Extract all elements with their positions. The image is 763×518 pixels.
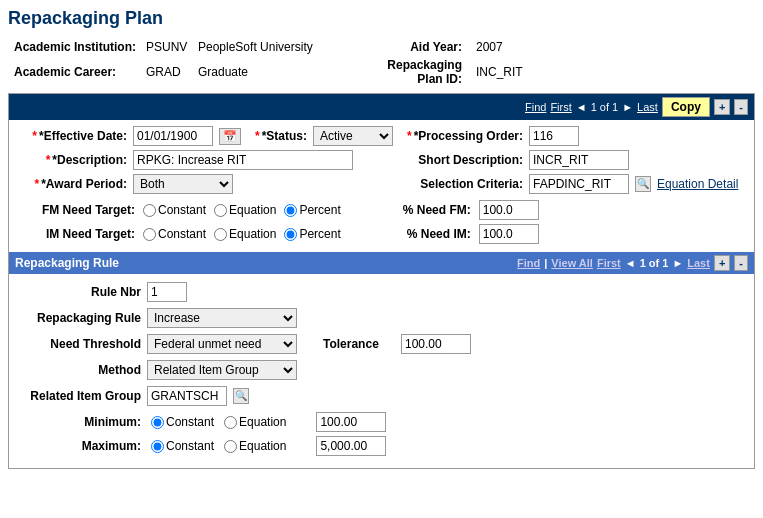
pct-need-fm-label: % Need FM:	[381, 203, 471, 217]
pct-need-im-input[interactable]	[479, 224, 539, 244]
rule-nav-next[interactable]: ►	[672, 257, 683, 269]
min-equation-radio[interactable]	[224, 416, 237, 429]
rule-find-link[interactable]: Find	[517, 257, 540, 269]
im-equation-radio[interactable]	[214, 228, 227, 241]
rule-page-info: 1 of 1	[640, 257, 669, 269]
short-description-label: Short Description:	[393, 153, 523, 167]
need-threshold-select[interactable]: Federal unmet need IM unmet need None	[147, 334, 297, 354]
status-label: *Status:	[247, 129, 307, 143]
rule-first-link[interactable]: First	[597, 257, 621, 269]
repackaging-rule-header: Repackaging Rule Find | View All First ◄…	[9, 252, 754, 274]
calendar-icon[interactable]: 📅	[219, 128, 241, 145]
academic-institution-label: Academic Institution:	[10, 39, 140, 55]
fm-need-target-label: FM Need Target:	[25, 203, 135, 217]
pct-need-fm-input[interactable]	[479, 200, 539, 220]
add-button[interactable]: +	[714, 99, 730, 115]
rule-nbr-input[interactable]	[147, 282, 187, 302]
min-constant-radio-label[interactable]: Constant	[151, 415, 214, 429]
award-period-select[interactable]: Both Fall/Spring Summer	[133, 174, 233, 194]
nav-next-icon[interactable]: ►	[622, 101, 633, 113]
im-constant-radio[interactable]	[143, 228, 156, 241]
page-title: Repackaging Plan	[8, 8, 755, 29]
im-percent-radio-label[interactable]: Percent	[284, 227, 340, 241]
academic-career-name: Graduate	[194, 57, 374, 87]
related-item-group-input[interactable]	[147, 386, 227, 406]
min-equation-radio-label[interactable]: Equation	[224, 415, 286, 429]
fm-equation-radio-label[interactable]: Equation	[214, 203, 276, 217]
selection-criteria-input[interactable]	[529, 174, 629, 194]
aid-year-value: 2007	[468, 39, 753, 55]
rule-last-link[interactable]: Last	[687, 257, 710, 269]
find-link[interactable]: Find	[525, 101, 546, 113]
rule-nbr-label: Rule Nbr	[21, 285, 141, 299]
method-select[interactable]: Related Item Group Item Type All	[147, 360, 297, 380]
effective-date-label: *Effective Date:	[17, 129, 127, 143]
award-period-label: *Award Period:	[17, 177, 127, 191]
tolerance-input[interactable]	[401, 334, 471, 354]
rule-view-all-link[interactable]: View All	[551, 257, 593, 269]
fm-percent-radio[interactable]	[284, 204, 297, 217]
tolerance-label: Tolerance	[323, 337, 393, 351]
repackaging-plan-id-label: Repackaging Plan ID:	[376, 57, 466, 87]
remove-button[interactable]: -	[734, 99, 748, 115]
repackaging-rule-title: Repackaging Rule	[15, 256, 119, 270]
selection-criteria-label: Selection Criteria:	[393, 177, 523, 191]
academic-career-label: Academic Career:	[10, 57, 140, 87]
min-constant-radio[interactable]	[151, 416, 164, 429]
effective-date-input[interactable]	[133, 126, 213, 146]
im-constant-radio-label[interactable]: Constant	[143, 227, 206, 241]
short-description-input[interactable]	[529, 150, 629, 170]
rule-remove-button[interactable]: -	[734, 255, 748, 271]
minimum-label: Minimum:	[61, 415, 141, 429]
nav-prev-icon[interactable]: ◄	[576, 101, 587, 113]
last-link[interactable]: Last	[637, 101, 658, 113]
repackaging-rule-select[interactable]: Increase Decrease Replace	[147, 308, 297, 328]
academic-institution-name: PeopleSoft University	[194, 39, 374, 55]
rule-nav-prev[interactable]: ◄	[625, 257, 636, 269]
maximum-label: Maximum:	[61, 439, 141, 453]
related-item-group-label: Related Item Group	[21, 389, 141, 403]
selection-criteria-search-icon[interactable]: 🔍	[635, 176, 651, 192]
related-item-group-search-icon[interactable]: 🔍	[233, 388, 249, 404]
repackaging-rule-label: Repackaging Rule	[21, 311, 141, 325]
rule-add-button[interactable]: +	[714, 255, 730, 271]
processing-order-input[interactable]	[529, 126, 579, 146]
equation-detail-link[interactable]: Equation Detail	[657, 177, 738, 191]
im-percent-radio[interactable]	[284, 228, 297, 241]
max-equation-radio[interactable]	[224, 440, 237, 453]
minimum-value-input[interactable]	[316, 412, 386, 432]
top-toolbar: Find First ◄ 1 of 1 ► Last Copy + -	[9, 94, 754, 120]
im-need-target-label: IM Need Target:	[25, 227, 135, 241]
need-threshold-label: Need Threshold	[21, 337, 141, 351]
fm-constant-radio[interactable]	[143, 204, 156, 217]
description-input[interactable]	[133, 150, 353, 170]
im-equation-radio-label[interactable]: Equation	[214, 227, 276, 241]
description-label: *Description:	[17, 153, 127, 167]
repackaging-plan-id-value: INC_RIT	[468, 57, 753, 87]
status-select[interactable]: Active Inactive	[313, 126, 393, 146]
fm-percent-radio-label[interactable]: Percent	[284, 203, 340, 217]
page-info: 1 of 1	[591, 101, 619, 113]
max-constant-radio-label[interactable]: Constant	[151, 439, 214, 453]
method-label: Method	[21, 363, 141, 377]
max-equation-radio-label[interactable]: Equation	[224, 439, 286, 453]
copy-button[interactable]: Copy	[662, 97, 710, 117]
academic-career-code: GRAD	[142, 57, 192, 87]
fm-equation-radio[interactable]	[214, 204, 227, 217]
academic-institution-code: PSUNV	[142, 39, 192, 55]
pct-need-im-label: % Need IM:	[381, 227, 471, 241]
processing-order-label: *Processing Order:	[393, 129, 523, 143]
aid-year-label: Aid Year:	[376, 39, 466, 55]
fm-constant-radio-label[interactable]: Constant	[143, 203, 206, 217]
max-constant-radio[interactable]	[151, 440, 164, 453]
maximum-value-input[interactable]	[316, 436, 386, 456]
first-link[interactable]: First	[550, 101, 571, 113]
